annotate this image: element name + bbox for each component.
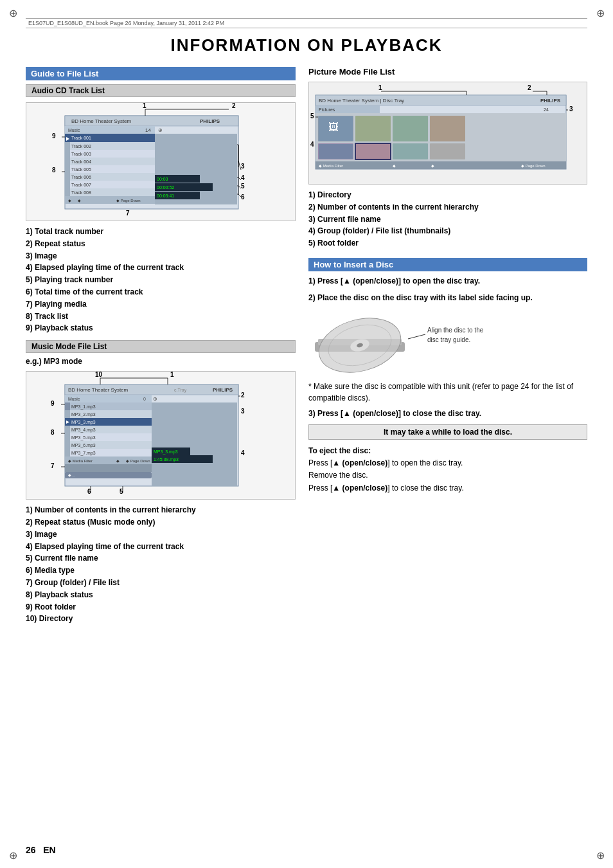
picture-item-2: 2) Number of contents in the current hie… [308,202,587,213]
svg-text:🖼: 🖼 [328,122,339,132]
svg-text:4: 4 [241,174,245,181]
svg-rect-87 [65,426,70,433]
svg-text:◆ Media Filter: ◆ Media Filter [68,459,93,463]
svg-text:Align the disc to the: Align the disc to the [427,327,484,334]
music-diagram: BD Home Theater System c.Tray PHILIPS Mu… [26,371,296,500]
svg-rect-81 [65,410,70,418]
svg-text:◆: ◆ [393,164,396,168]
picture-item-4: 4) Group (folder) / File list (thumbnail… [308,226,587,237]
svg-rect-30 [65,188,70,196]
audio-item-6: 6) Total time of the current track [26,287,296,298]
music-item-10: 10) Directory [26,613,296,624]
svg-text:disc tray guide.: disc tray guide. [427,336,470,343]
svg-text:Track 008: Track 008 [71,190,91,195]
svg-rect-139 [393,116,428,141]
svg-text:MP3_6.mp3: MP3_6.mp3 [71,443,96,448]
svg-rect-15 [65,150,70,158]
svg-rect-27 [65,181,70,188]
svg-rect-96 [65,449,70,457]
picture-items-list: 1) Directory 2) Number of contents in th… [308,190,587,249]
right-column: Picture Mode File List BD Home Theater S… [308,67,587,631]
notice-box: It may take a while to load the disc. [308,424,587,440]
svg-rect-138 [355,116,391,141]
svg-text:Track 005: Track 005 [71,167,91,172]
audio-item-3: 3) Image [26,251,296,262]
insert-section-header: How to Insert a Disc [308,258,587,271]
svg-text:8: 8 [51,429,55,436]
svg-rect-105 [152,402,237,486]
picture-item-3: 3) Current file name [308,214,587,225]
music-diagram-svg: BD Home Theater System c.Tray PHILIPS Mu… [26,372,296,500]
svg-text:7: 7 [126,210,130,217]
svg-rect-102 [65,464,152,472]
svg-rect-12 [65,142,70,150]
svg-text:MP3_3.mp3: MP3_3.mp3 [71,420,96,425]
svg-text:24: 24 [544,107,549,112]
svg-text:7: 7 [51,462,55,469]
svg-rect-24 [65,173,70,181]
svg-rect-78 [65,402,70,410]
audio-item-2: 2) Repeat status [26,239,296,249]
small-note: * Make sure the disc is compatible with … [308,381,587,404]
svg-text:0: 0 [143,397,146,401]
svg-text:⊕: ⊕ [158,127,163,133]
svg-rect-18 [65,158,70,165]
svg-text:◆ Page Down: ◆ Page Down [521,164,546,168]
audio-diagram-svg: BD Home Theater System PHILIPS Music 14 … [26,103,296,221]
picture-section: Picture Mode File List BD Home Theater S… [308,67,587,249]
svg-text:Music: Music [68,128,80,132]
corner-mark-tr: ⊕ [594,6,607,19]
svg-rect-144 [430,143,465,159]
music-item-1: 1) Number of contents in the current hie… [26,505,296,516]
left-column: Guide to File List Audio CD Track List B… [26,67,296,631]
svg-text:Pictures: Pictures [319,107,335,112]
picture-item-5: 5) Root folder [308,238,587,249]
svg-text:Music: Music [68,397,80,401]
music-item-7: 7) Group (folder) / File list [26,577,296,588]
svg-rect-140 [430,116,465,141]
disc-illustration: Align the disc to the disc tray guide. [308,310,587,374]
svg-text:PHILIPS: PHILIPS [213,387,233,393]
music-item-2: 2) Repeat status (Music mode only) [26,517,296,528]
music-item-5: 5) Current file name [26,553,296,564]
svg-text:3: 3 [569,105,573,113]
file-header: E1S07UD_E1S08UD_EN.book Page 26 Monday, … [26,18,587,28]
svg-text:2: 2 [232,103,236,109]
svg-text:Track 003: Track 003 [71,152,91,156]
svg-text:BD Home Theater System | Disc : BD Home Theater System | Disc Tray [319,98,404,104]
music-items-list: 1) Number of contents in the current hie… [26,505,296,624]
svg-text:PHILIPS: PHILIPS [540,98,561,104]
disc-svg: Align the disc to the disc tray guide. [308,310,533,374]
svg-text:Track 006: Track 006 [71,175,91,179]
music-item-8: 8) Playback status [26,590,296,601]
svg-text:◆ Page Down: ◆ Page Down [116,199,141,203]
svg-text:Track 002: Track 002 [71,144,91,149]
svg-text:MP3_7.mp3: MP3_7.mp3 [71,451,96,456]
svg-text:MP3_5.mp3: MP3_5.mp3 [71,435,96,440]
svg-text:Track 007: Track 007 [71,183,91,187]
audio-item-7: 7) Playing media [26,299,296,310]
svg-text:8: 8 [52,167,56,174]
svg-text:◆ Media Filter: ◆ Media Filter [319,164,343,168]
svg-text:◆: ◆ [116,459,120,463]
audio-diagram: BD Home Theater System PHILIPS Music 14 … [26,102,296,221]
corner-mark-bl: ⊕ [6,849,19,862]
svg-line-175 [408,334,425,339]
picture-diagram-svg: BD Home Theater System | Disc Tray PHILI… [309,82,585,185]
svg-text:◆: ◆ [431,164,434,168]
svg-text:Track 001: Track 001 [71,136,91,140]
svg-text:c.Tray: c.Tray [174,388,187,393]
page-footer: 26 EN [26,845,56,855]
svg-text:1: 1 [143,103,147,109]
svg-text:BD Home Theater System: BD Home Theater System [68,387,129,393]
audio-item-8: 8) Track list [26,311,296,322]
picture-diagram: BD Home Theater System | Disc Tray PHILI… [308,82,587,185]
svg-text:00:00:52: 00:00:52 [157,185,174,190]
audio-item-4: 4) Elapsed playing time of the current t… [26,262,296,273]
svg-text:MP3_1.mp3: MP3_1.mp3 [71,404,96,410]
audio-item-1: 1) Total track number [26,226,296,237]
svg-rect-93 [65,441,70,449]
svg-text:1: 1 [170,372,174,378]
picture-section-header: Picture Mode File List [308,67,587,77]
svg-rect-103 [65,472,152,478]
